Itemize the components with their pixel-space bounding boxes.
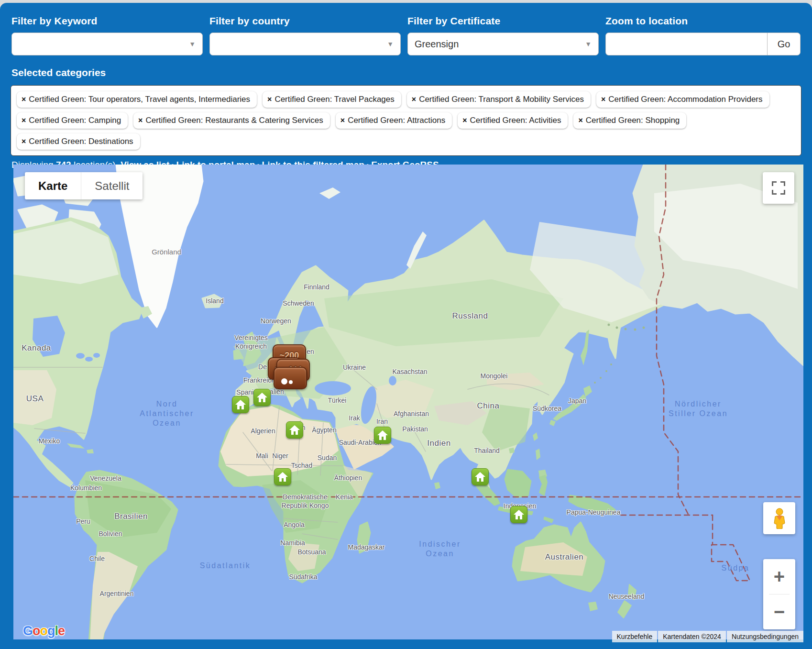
filter-map-panel: Filter by Keyword ▼ Filter by country ▼ …	[0, 3, 812, 649]
location-marker[interactable]	[286, 421, 303, 439]
remove-icon[interactable]: ×	[138, 116, 143, 125]
zoom-control: + −	[763, 559, 795, 629]
attribution-link[interactable]: Nutzungsbedingungen	[727, 631, 803, 642]
world-map-graphic	[13, 165, 803, 642]
filter-keyword-group: Filter by Keyword ▼	[11, 15, 203, 55]
remove-icon[interactable]: ×	[340, 116, 345, 125]
chevron-down-icon: ▼	[585, 40, 592, 48]
zoom-in-button[interactable]: +	[763, 559, 795, 594]
selected-categories-title: Selected categories	[11, 67, 801, 78]
category-chip[interactable]: × Certified Green: Tour operators, Trave…	[17, 91, 257, 108]
fullscreen-icon	[772, 181, 785, 195]
attribution-link[interactable]: Kurzbefehle	[612, 631, 658, 642]
category-chip[interactable]: × Certified Green: Activities	[458, 112, 568, 129]
remove-icon[interactable]: ×	[22, 95, 26, 104]
map-type-karte-button[interactable]: Karte	[25, 172, 81, 199]
filter-country-select[interactable]: ▼	[209, 33, 401, 55]
house-icon	[277, 472, 288, 482]
google-logo[interactable]: Google	[23, 624, 65, 638]
zoom-to-location-input[interactable]	[605, 33, 767, 55]
filter-country-group: Filter by country ▼	[209, 15, 401, 55]
google-logo-letter: o	[33, 624, 40, 638]
category-chip-label: Certified Green: Camping	[29, 116, 121, 125]
map-attribution: KurzbefehleKartendaten ©2024Nutzungsbedi…	[612, 631, 803, 642]
category-chip[interactable]: × Certified Green: Camping	[17, 112, 128, 129]
house-icon	[474, 472, 486, 482]
remove-icon[interactable]: ×	[22, 116, 26, 125]
filter-keyword-label: Filter by Keyword	[11, 15, 203, 27]
category-chip-label: Certified Green: Shopping	[586, 116, 680, 125]
remove-icon[interactable]: ×	[22, 137, 26, 146]
location-marker[interactable]	[232, 396, 249, 413]
attribution-link[interactable]: Kartendaten ©2024	[658, 631, 726, 642]
filter-keyword-select[interactable]: ▼	[11, 33, 203, 55]
go-button[interactable]: Go	[767, 33, 801, 55]
location-marker[interactable]	[274, 468, 291, 485]
remove-icon[interactable]: ×	[412, 95, 416, 104]
category-chip-label: Certified Green: Activities	[470, 116, 561, 125]
map-viewport[interactable]: GrönlandIslandFinnlandSchwedenNorwegenVe…	[13, 165, 803, 642]
google-logo-letter: g	[47, 624, 55, 638]
category-chip[interactable]: × Certified Green: Accommodation Provide…	[596, 91, 769, 108]
category-chip[interactable]: × Certified Green: Travel Packages	[263, 91, 401, 108]
category-chip[interactable]: × Certified Green: Transport & Mobility …	[407, 91, 591, 108]
cluster-dot	[289, 380, 293, 384]
page: Filter by Keyword ▼ Filter by country ▼ …	[0, 0, 812, 649]
house-icon	[289, 425, 300, 435]
location-marker[interactable]	[510, 506, 527, 523]
filter-certificate-select[interactable]: Greensign ▼	[407, 33, 599, 55]
location-marker[interactable]	[253, 389, 271, 406]
google-logo-letter: e	[58, 624, 65, 638]
house-icon	[256, 392, 268, 403]
category-chip-label: Certified Green: Transport & Mobility Se…	[419, 95, 584, 104]
category-chip-label: Certified Green: Restaurants & Catering …	[145, 116, 323, 125]
google-logo-letter: o	[40, 624, 48, 638]
fullscreen-button[interactable]	[763, 172, 794, 204]
category-chip[interactable]: × Certified Green: Restaurants & Caterin…	[133, 112, 330, 129]
filter-certificate-value: Greensign	[415, 39, 459, 50]
category-chip-label: Certified Green: Attractions	[348, 116, 445, 125]
chevron-down-icon: ▼	[387, 40, 394, 48]
selected-categories-box: × Certified Green: Tour operators, Trave…	[11, 85, 801, 156]
house-icon	[377, 430, 388, 440]
location-marker[interactable]	[472, 468, 489, 485]
pegman-icon	[771, 508, 788, 529]
category-chip-label: Certified Green: Destinations	[29, 137, 133, 146]
pegman-button[interactable]	[763, 502, 795, 534]
filter-country-label: Filter by country	[209, 15, 401, 27]
map-type-control: Karte Satellit	[25, 172, 143, 199]
cluster-dot	[281, 378, 287, 385]
zoom-out-button[interactable]: −	[763, 594, 795, 629]
category-chip-label: Certified Green: Accommodation Providers	[608, 95, 762, 104]
map-type-satellit-button[interactable]: Satellit	[81, 172, 143, 199]
category-chip[interactable]: × Certified Green: Shopping	[573, 112, 686, 129]
filter-certificate-group: Filter by Certificate Greensign ▼	[407, 15, 599, 55]
remove-icon[interactable]: ×	[462, 116, 467, 125]
category-chip[interactable]: × Certified Green: Destinations	[17, 133, 140, 150]
filter-bar: Filter by Keyword ▼ Filter by country ▼ …	[0, 3, 812, 55]
house-icon	[513, 509, 525, 520]
zoom-to-location-group: Zoom to location Go	[605, 15, 801, 55]
remove-icon[interactable]: ×	[267, 95, 272, 104]
chevron-down-icon: ▼	[189, 40, 196, 48]
house-icon	[235, 399, 246, 410]
google-logo-letter: G	[23, 624, 33, 638]
category-chip-label: Certified Green: Tour operators, Travel …	[29, 95, 250, 104]
category-chip-label: Certified Green: Travel Packages	[274, 95, 394, 104]
location-marker[interactable]	[374, 427, 391, 444]
remove-icon[interactable]: ×	[601, 95, 605, 104]
zoom-to-location-label: Zoom to location	[605, 15, 801, 27]
filter-certificate-label: Filter by Certificate	[407, 15, 599, 27]
cluster-marker[interactable]: ~200	[274, 367, 307, 389]
remove-icon[interactable]: ×	[578, 116, 582, 125]
category-chip[interactable]: × Certified Green: Attractions	[336, 112, 452, 129]
